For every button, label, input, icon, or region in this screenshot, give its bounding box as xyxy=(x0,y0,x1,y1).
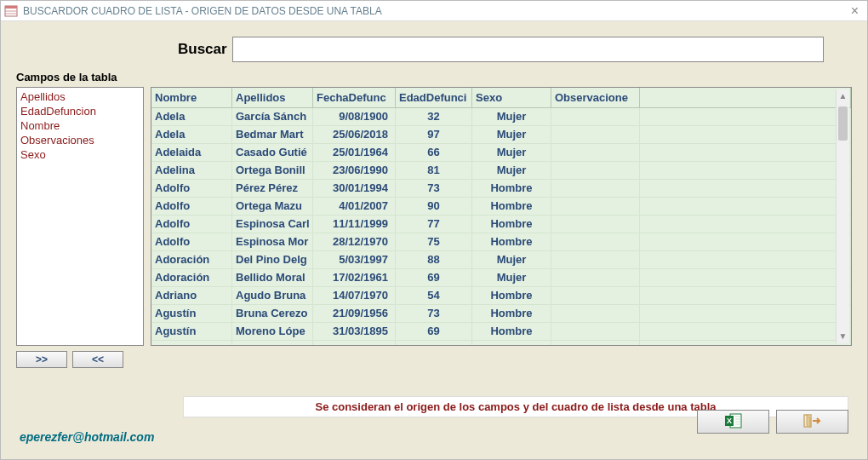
list-item[interactable]: Sexo xyxy=(20,147,140,162)
cell: 25/01/1967 xyxy=(313,341,396,345)
col-edad[interactable]: EdadDefunci xyxy=(396,88,472,107)
cell: 69 xyxy=(396,323,472,340)
cell: 66 xyxy=(396,144,472,161)
export-excel-button[interactable]: X xyxy=(697,410,769,434)
cell: Hombre xyxy=(472,341,551,345)
cell: 77 xyxy=(396,216,472,233)
cell: Ortega Bonill xyxy=(232,162,313,179)
cell: 25/01/1964 xyxy=(313,144,396,161)
cell: 5/03/1997 xyxy=(313,251,396,268)
cell: Agustín xyxy=(151,305,232,322)
grid-header: Nombre Apellidos FechaDefunc EdadDefunci… xyxy=(151,88,851,108)
table-row[interactable]: AdelinaOrtega Bonill23/06/199081Mujer xyxy=(151,162,851,180)
cell: Mujer xyxy=(472,162,551,179)
cell: Mujer xyxy=(472,144,551,161)
table-row[interactable]: AdrianoAgudo Bruna14/07/197054Hombre xyxy=(151,287,851,305)
form-icon xyxy=(4,4,18,18)
col-sexo[interactable]: Sexo xyxy=(472,88,551,107)
cell: Hombre xyxy=(472,323,551,340)
cell: Espinosa Carl xyxy=(232,216,313,233)
table-row[interactable]: AdelaBedmar Mart25/06/201897Mujer xyxy=(151,126,851,144)
cell xyxy=(551,305,640,322)
cell: Bruna Cerezo xyxy=(232,305,313,322)
table-row[interactable]: AdoraciónDel Pino Delg5/03/199788Mujer xyxy=(151,251,851,269)
cell: Adolfo xyxy=(151,198,232,215)
list-item[interactable]: EdadDefuncion xyxy=(20,104,140,118)
cell: Agustín xyxy=(151,323,232,340)
cell xyxy=(551,341,640,345)
list-item[interactable]: Apellidos xyxy=(20,89,140,104)
fields-list-label: Campos de la tabla xyxy=(16,71,852,83)
table-row[interactable]: AdolfoEspinosa Mor28/12/197075Hombre xyxy=(151,233,851,251)
cell xyxy=(551,287,640,304)
scroll-thumb[interactable] xyxy=(838,106,848,141)
table-row[interactable]: AgustínBruna Cerezo21/09/195673Hombre xyxy=(151,305,851,323)
cell: Mujer xyxy=(472,269,551,286)
cell xyxy=(551,216,640,233)
cell: Mujer xyxy=(472,126,551,143)
list-item[interactable]: Observaciones xyxy=(20,133,140,147)
cell: 11/11/1999 xyxy=(313,216,396,233)
fields-listbox[interactable]: ApellidosEdadDefuncionNombreObservacione… xyxy=(16,87,144,346)
cell: Hombre xyxy=(472,216,551,233)
cell: 31/03/1895 xyxy=(313,323,396,340)
cell: 81 xyxy=(396,162,472,179)
col-apellidos[interactable]: Apellidos xyxy=(232,88,313,107)
cell: 54 xyxy=(396,287,472,304)
cell xyxy=(551,251,640,268)
data-grid[interactable]: Nombre Apellidos FechaDefunc EdadDefunci… xyxy=(151,87,852,346)
cell: 4/01/2007 xyxy=(313,198,396,215)
cell: 17/02/1961 xyxy=(313,269,396,286)
list-item[interactable]: Nombre xyxy=(20,118,140,133)
table-row[interactable]: AdolfoPérez Pérez30/01/199473Hombre xyxy=(151,180,851,198)
scroll-up-icon[interactable]: ▲ xyxy=(837,89,849,103)
table-row[interactable]: AdolfoOrtega Mazu4/01/200790Hombre xyxy=(151,198,851,216)
cell: 23/06/1990 xyxy=(313,162,396,179)
exit-button[interactable] xyxy=(776,410,848,434)
grid-scrollbar[interactable]: ▲ ▼ xyxy=(836,89,849,343)
cell: 73 xyxy=(396,180,472,197)
cell: Adela xyxy=(151,126,232,143)
cell: Espinosa Mor xyxy=(232,233,313,250)
col-nombre[interactable]: Nombre xyxy=(151,88,232,107)
cell xyxy=(551,144,640,161)
table-row[interactable]: AgustínMoreno Lópe31/03/189569Hombre xyxy=(151,323,851,341)
cell: Adolfo xyxy=(151,233,232,250)
cell: 14/07/1970 xyxy=(313,287,396,304)
close-icon[interactable]: × xyxy=(846,3,864,19)
col-obs[interactable]: Observacione xyxy=(551,88,640,107)
cell xyxy=(551,126,640,143)
col-fecha[interactable]: FechaDefunc xyxy=(313,88,396,107)
table-row[interactable]: AdolfoEspinosa Carl11/11/199977Hombre xyxy=(151,216,851,233)
next-button[interactable]: >> xyxy=(16,351,67,368)
cell xyxy=(551,162,640,179)
cell: 28/12/1970 xyxy=(313,233,396,250)
cell: 97 xyxy=(396,126,472,143)
cell: Mujer xyxy=(472,251,551,268)
cell: 32 xyxy=(396,108,472,125)
cell: 21/09/1956 xyxy=(313,305,396,322)
table-row[interactable]: AdoraciónBellido Moral17/02/196169Mujer xyxy=(151,269,851,287)
cell: Adolfo xyxy=(151,216,232,233)
cell: Ortega Mazu xyxy=(232,198,313,215)
search-label: Buscar xyxy=(178,41,227,58)
svg-rect-1 xyxy=(5,6,17,9)
author-email: eperezfer@hotmail.com xyxy=(20,430,154,444)
search-input[interactable] xyxy=(232,37,824,62)
cell: 88 xyxy=(396,251,472,268)
cell: Casado Gutié xyxy=(232,144,313,161)
exit-icon xyxy=(803,413,822,431)
table-row[interactable]: AdelaGarcía Sánch9/08/190032Mujer xyxy=(151,108,851,126)
cell: Hombre xyxy=(472,233,551,250)
window-title: BUSCARDOR CUADRO DE LISTA - ORIGEN DE DA… xyxy=(23,5,382,17)
cell: 90 xyxy=(396,198,472,215)
cell: 76 xyxy=(396,341,472,345)
scroll-down-icon[interactable]: ▼ xyxy=(837,330,849,343)
cell xyxy=(551,198,640,215)
prev-button[interactable]: << xyxy=(72,351,123,368)
table-row[interactable]: AgustínGómez Morer25/01/196776Hombre xyxy=(151,341,851,345)
table-row[interactable]: AdelaidaCasado Gutié25/01/196466Mujer xyxy=(151,144,851,162)
cell xyxy=(551,233,640,250)
cell: Gómez Morer xyxy=(232,341,313,345)
window-titlebar: BUSCARDOR CUADRO DE LISTA - ORIGEN DE DA… xyxy=(1,1,867,21)
